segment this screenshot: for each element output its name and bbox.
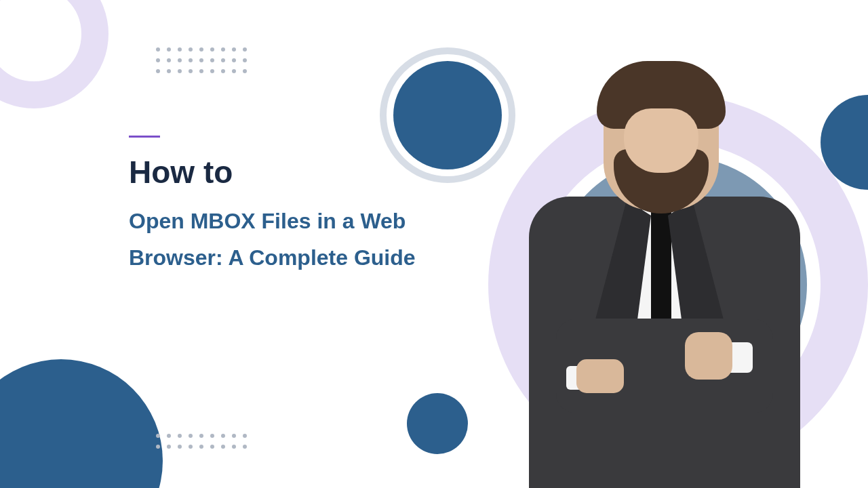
circle-bottom-left-decoration	[0, 359, 163, 488]
dot-grid-bottom-decoration	[156, 434, 247, 449]
accent-line-decoration	[129, 136, 160, 138]
circle-small-decoration	[407, 393, 468, 454]
ring-top-left-decoration	[0, 0, 108, 108]
heading-main: Open MBOX Files in a Web Browser: A Comp…	[129, 203, 481, 277]
dot-grid-top-decoration	[156, 47, 247, 73]
title-block: How to Open MBOX Files in a Web Browser:…	[129, 136, 481, 277]
person-illustration	[515, 61, 814, 488]
heading-lead: How to	[129, 154, 481, 190]
